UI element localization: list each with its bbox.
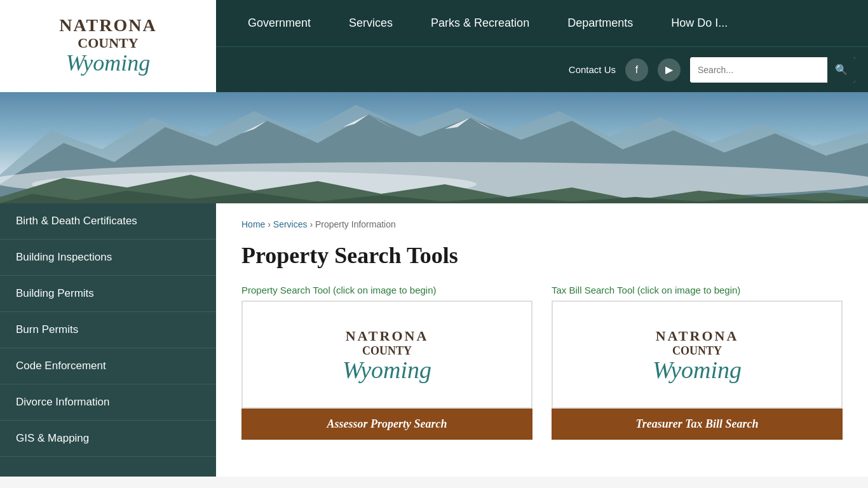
tool2-logo-county: County	[672, 344, 722, 358]
tool1-logo-natrona: Natrona	[346, 328, 429, 344]
breadcrumb-sep1: ›	[268, 219, 273, 229]
breadcrumb-home[interactable]: Home	[241, 219, 265, 229]
page-title: Property Search Tools	[241, 242, 843, 269]
logo: Natrona County Wyoming	[59, 16, 156, 76]
nav-services[interactable]: Services	[330, 17, 412, 30]
logo-natrona: Natrona	[59, 16, 156, 36]
utility-bar: Contact Us f ▶ 🔍	[216, 46, 868, 92]
sidebar-item-birth-death[interactable]: Birth & Death Certificates	[0, 203, 216, 240]
sidebar-item-building-permits[interactable]: Building Permits	[0, 276, 216, 312]
tool2-footer[interactable]: Treasurer Tax Bill Search	[552, 409, 843, 440]
logo-wyoming: Wyoming	[59, 51, 156, 76]
tool1-logo-wyoming: Wyoming	[342, 358, 431, 382]
breadcrumb-current: Property Information	[315, 219, 396, 229]
sidebar-item-divorce-info[interactable]: Divorce Information	[0, 384, 216, 421]
tool1-label: Property Search Tool (click on image to …	[241, 285, 532, 295]
logo-area[interactable]: Natrona County Wyoming	[0, 0, 216, 92]
tool2-logo-wyoming: Wyoming	[653, 358, 742, 382]
sidebar-item-building-inspections[interactable]: Building Inspections	[0, 240, 216, 276]
tool2-logo: Natrona County Wyoming	[552, 301, 843, 409]
tool2-logo-natrona: Natrona	[656, 328, 739, 344]
nav-how-do-i[interactable]: How Do I...	[652, 17, 747, 30]
breadcrumb: Home › Services › Property Information	[241, 219, 843, 229]
nav-departments[interactable]: Departments	[548, 17, 652, 30]
header: Natrona County Wyoming Government Servic…	[0, 0, 868, 92]
nav-parks[interactable]: Parks & Recreation	[412, 17, 548, 30]
breadcrumb-sep2: ›	[309, 219, 315, 229]
sidebar-item-burn-permits[interactable]: Burn Permits	[0, 312, 216, 348]
property-search-tool-card[interactable]: Property Search Tool (click on image to …	[241, 285, 532, 440]
sidebar-item-gis-mapping[interactable]: GIS & Mapping	[0, 421, 216, 457]
tool2-label: Tax Bill Search Tool (click on image to …	[552, 285, 843, 295]
main-content: Birth & Death Certificates Building Insp…	[0, 203, 868, 477]
tax-bill-search-tool-card[interactable]: Tax Bill Search Tool (click on image to …	[552, 285, 843, 440]
hero-image	[0, 92, 868, 203]
breadcrumb-services[interactable]: Services	[273, 219, 308, 229]
tool-cards: Property Search Tool (click on image to …	[241, 285, 843, 440]
header-right: Government Services Parks & Recreation D…	[216, 0, 868, 92]
contact-link[interactable]: Contact Us	[569, 64, 616, 75]
nav-bar: Government Services Parks & Recreation D…	[216, 0, 868, 46]
search-button[interactable]: 🔍	[827, 57, 855, 83]
tool1-footer[interactable]: Assessor Property Search	[241, 409, 532, 440]
tool1-logo-county: County	[362, 344, 412, 358]
search-container: 🔍	[690, 57, 855, 83]
sidebar-item-code-enforcement[interactable]: Code Enforcement	[0, 348, 216, 384]
search-input[interactable]	[690, 57, 827, 83]
sidebar: Birth & Death Certificates Building Insp…	[0, 203, 216, 477]
content-area: Home › Services › Property Information P…	[216, 203, 868, 477]
tool1-logo: Natrona County Wyoming	[241, 301, 532, 409]
facebook-icon[interactable]: f	[625, 58, 648, 81]
nav-government[interactable]: Government	[229, 17, 330, 30]
youtube-icon[interactable]: ▶	[658, 58, 681, 81]
logo-county: County	[59, 36, 156, 51]
